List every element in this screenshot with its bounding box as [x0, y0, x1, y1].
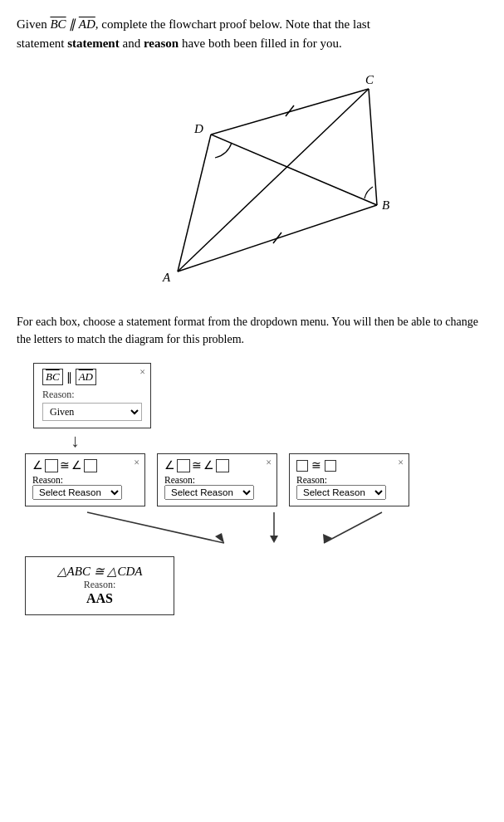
bold-reason: reason: [144, 37, 179, 50]
vertex-a-label: A: [162, 271, 171, 284]
angle-box-1-reason-select[interactable]: Select Reason: [32, 485, 122, 500]
segment-box-reason-label: Reason:: [296, 475, 402, 485]
svg-line-8: [87, 512, 224, 543]
svg-marker-11: [270, 536, 278, 543]
seg-letter1: [296, 460, 308, 472]
angle-box-1: × ∠ ≅ ∠ Reason: Select Reason: [25, 453, 145, 506]
bc-label: BC: [42, 369, 63, 385]
angle-box-2-close[interactable]: ×: [266, 457, 272, 469]
svg-line-1: [369, 89, 377, 205]
ad-label: AD: [76, 369, 96, 385]
svg-line-3: [178, 135, 211, 272]
geometry-diagram: C B A D: [17, 64, 487, 305]
angle-box-1-reason-label: Reason:: [32, 475, 138, 485]
angle1-letter2: [84, 459, 97, 472]
given-reason-select[interactable]: Given: [42, 403, 142, 421]
angle-box-2-reason-select[interactable]: Select Reason: [164, 485, 254, 500]
final-reason-label: Reason:: [42, 579, 157, 591]
vertex-c-label: C: [365, 73, 374, 86]
angle-statement-2: ∠ ≅ ∠: [164, 458, 270, 472]
angle-box-2-reason-label: Reason:: [164, 475, 270, 485]
vertex-d-label: D: [193, 122, 203, 135]
angle-box-1-close[interactable]: ×: [134, 457, 139, 469]
arrow-down-1: ↓: [25, 432, 80, 450]
angle-box-2: × ∠ ≅ ∠ Reason: Select Reason: [157, 453, 277, 506]
bottom-arrows-svg: [25, 508, 457, 550]
angle2-letter2: [216, 459, 229, 472]
final-box-wrap: △ABC ≅ △CDA Reason: AAS: [25, 556, 174, 615]
given-reason-label: Reason:: [42, 389, 142, 401]
segment-box-reason-select[interactable]: Select Reason: [296, 485, 386, 500]
three-boxes-row: × ∠ ≅ ∠ Reason: Select Reason × ∠ ≅ ∠: [25, 453, 409, 506]
given-box: × BC ∥ AD Reason: Given: [33, 363, 151, 428]
intro-text-given: Given BC ∥ AD, complete the flowchart pr…: [17, 17, 370, 50]
final-statement: △ABC ≅ △CDA: [42, 564, 157, 579]
angle2-letter1: [177, 459, 190, 472]
intro-paragraph: Given BC ∥ AD, complete the flowchart pr…: [17, 15, 487, 52]
bold-statement: statement: [67, 37, 119, 50]
flowchart: × BC ∥ AD Reason: Given ↓ × ∠ ≅ ∠: [17, 363, 487, 615]
bottom-arrows-area: [25, 508, 457, 553]
diagram-svg: C B A D: [111, 72, 394, 296]
segment-box-close[interactable]: ×: [398, 457, 404, 469]
svg-line-12: [324, 512, 382, 543]
angle1-letter1: [45, 459, 58, 472]
instruction-text: For each box, choose a statement format …: [17, 313, 487, 348]
given-statement: BC ∥ AD: [42, 369, 142, 385]
segment-box: × ≅ Reason: Select Reason: [289, 453, 409, 506]
final-box: △ABC ≅ △CDA Reason: AAS: [25, 556, 174, 615]
seg-letter2: [325, 460, 336, 472]
vertex-b-label: B: [382, 198, 389, 212]
final-reason-value: AAS: [42, 591, 157, 606]
segment-statement: ≅: [296, 458, 402, 472]
svg-line-4: [211, 135, 377, 205]
angle-statement-1: ∠ ≅ ∠: [32, 458, 138, 472]
given-box-close[interactable]: ×: [139, 366, 145, 379]
